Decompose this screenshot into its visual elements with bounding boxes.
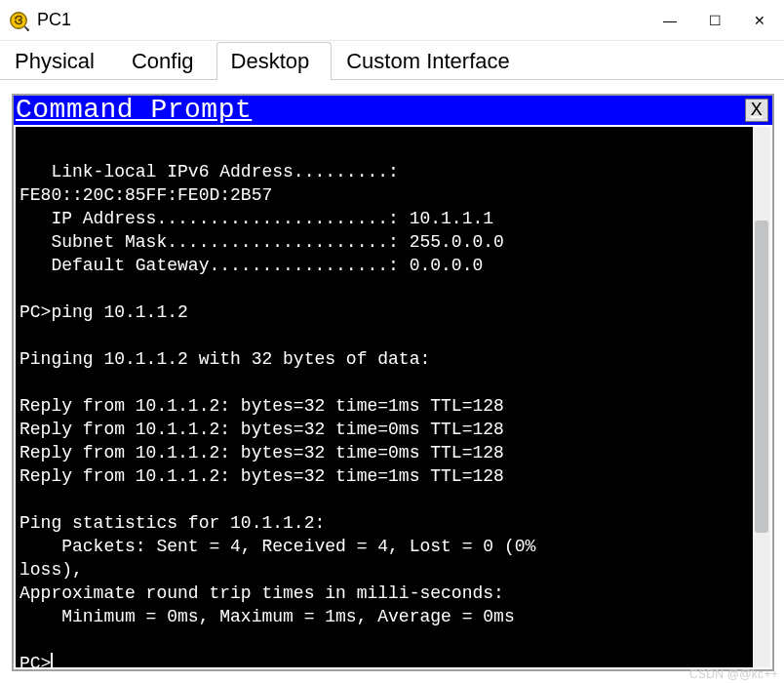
content-area: Command Prompt X Link-local IPv6 Address… xyxy=(0,80,784,671)
tab-label: Physical xyxy=(15,49,95,73)
command-prompt-close-button[interactable]: X xyxy=(745,99,768,122)
tab-label: Desktop xyxy=(231,49,310,73)
svg-point-2 xyxy=(27,28,29,30)
maximize-icon: ☐ xyxy=(709,13,722,28)
window-title: PC1 xyxy=(37,10,71,30)
terminal-wrap: Link-local IPv6 Address.........: FE80::… xyxy=(14,125,772,669)
window-titlebar: PC1 — ☐ ✕ xyxy=(0,0,784,41)
tab-strip: Physical Config Desktop Custom Interface xyxy=(0,41,784,80)
tab-physical[interactable]: Physical xyxy=(0,42,117,80)
close-icon: ✕ xyxy=(754,13,765,28)
tab-label: Custom Interface xyxy=(346,49,510,73)
tab-config[interactable]: Config xyxy=(117,42,216,80)
watermark: CSDN @@kc++ xyxy=(689,667,778,681)
close-button[interactable]: ✕ xyxy=(737,1,782,40)
terminal-cursor xyxy=(51,653,53,667)
app-icon xyxy=(8,10,29,31)
maximize-button[interactable]: ☐ xyxy=(692,1,737,40)
desktop-panel: Command Prompt X Link-local IPv6 Address… xyxy=(12,94,774,671)
minimize-button[interactable]: — xyxy=(647,1,692,40)
terminal-output[interactable]: Link-local IPv6 Address.........: FE80::… xyxy=(16,127,753,667)
close-x-label: X xyxy=(751,99,764,121)
tab-desktop[interactable]: Desktop xyxy=(216,42,333,80)
tab-custom-interface[interactable]: Custom Interface xyxy=(332,42,532,80)
command-prompt-title: Command Prompt xyxy=(16,97,252,124)
scrollbar-thumb[interactable] xyxy=(755,221,768,533)
vertical-scrollbar[interactable] xyxy=(753,127,770,667)
tab-label: Config xyxy=(132,49,194,73)
minimize-icon: — xyxy=(663,13,677,28)
command-prompt-titlebar: Command Prompt X xyxy=(14,96,772,125)
